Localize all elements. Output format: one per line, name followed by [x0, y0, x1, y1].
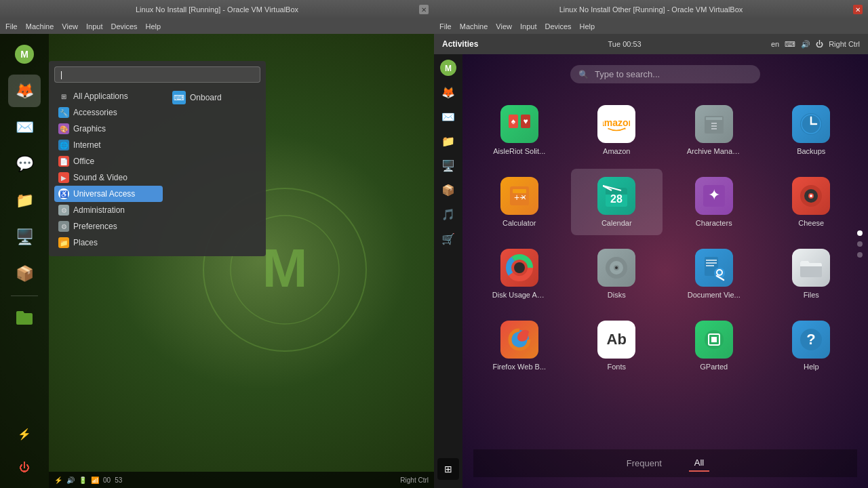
svg-text:✦: ✦	[708, 186, 720, 203]
app-grid-button[interactable]: ⊞	[437, 458, 459, 480]
category-internet[interactable]: 🌐 Internet	[54, 137, 163, 153]
dot-3[interactable]	[857, 252, 863, 258]
svg-text:M: M	[445, 64, 452, 73]
dock-icon-amazon[interactable]: 🛒	[437, 228, 459, 249]
status-icons-left: ⚡ 🔊 🔋 📶 00 53	[54, 476, 122, 484]
app-item-characters[interactable]: ✦ Characters	[668, 169, 760, 235]
menu-input[interactable]: Input	[86, 22, 102, 30]
tab-all[interactable]: All	[689, 455, 709, 472]
taskbar-firefox-icon[interactable]: 🦊	[8, 75, 41, 107]
app-menu-search-input[interactable]	[54, 66, 260, 83]
dock-icon-package[interactable]: 📦	[437, 179, 459, 201]
menu-devices[interactable]: Devices	[111, 22, 137, 30]
app-item-calendar[interactable]: 28 Calendar	[571, 169, 663, 235]
status-icon-2: 🔊	[66, 476, 75, 484]
category-label: Preferences	[73, 222, 117, 231]
svg-rect-46	[706, 262, 717, 264]
activities-label[interactable]: Activities	[442, 39, 478, 49]
category-accessories[interactable]: 🔧 Accessories	[54, 104, 163, 121]
svg-rect-15	[711, 123, 717, 124]
app-label-disks: Disks	[608, 291, 626, 299]
category-preferences[interactable]: ⚙ Preferences	[54, 218, 163, 235]
app-item-archive-manager[interactable]: Archive Manager	[668, 97, 760, 163]
taskbar-folder-green-icon[interactable]	[8, 302, 41, 334]
category-places[interactable]: 📁 Places	[54, 235, 163, 251]
taskbar-power-icon[interactable]: ⏻	[8, 451, 41, 484]
app-item-disks[interactable]: Disks	[571, 241, 663, 307]
right-vm-window: Linux No Install Other [Running] - Oracl…	[434, 0, 868, 488]
dock-icon-terminal[interactable]: 🖥️	[437, 155, 459, 176]
category-label: Office	[73, 157, 94, 166]
right-close-button[interactable]: ✕	[853, 5, 863, 14]
category-sound-video[interactable]: ▶ Sound & Video	[54, 169, 163, 186]
right-menu-input[interactable]: Input	[520, 22, 536, 30]
category-universal-access[interactable]: ♿ Universal Access	[54, 186, 163, 202]
app-icon-calendar: 28	[597, 177, 635, 215]
activities-right-icons: en ⌨ 🔊 ⏻ Right Ctrl	[771, 40, 860, 49]
app-item-gparted[interactable]: GParted	[668, 312, 760, 379]
dot-1[interactable]	[857, 230, 863, 236]
app-item-document-viewer[interactable]: Document Vie...	[668, 241, 760, 307]
lang-indicator[interactable]: en	[771, 40, 779, 48]
app-icon-disks	[597, 249, 635, 287]
dock-icon-sound[interactable]: 🎵	[437, 203, 459, 225]
app-item-fonts[interactable]: Ab Fonts	[571, 312, 663, 379]
menu-view[interactable]: View	[62, 22, 78, 30]
app-label-document-viewer: Document Vie...	[688, 291, 741, 299]
app-item-help[interactable]: ? Help	[766, 312, 858, 379]
app-item-cheese[interactable]: Cheese	[766, 169, 858, 235]
right-menu-view[interactable]: View	[496, 22, 512, 30]
app-label-amazon: Amazon	[603, 147, 630, 155]
app-item-firefox[interactable]: Firefox Web B...	[473, 312, 566, 379]
taskbar-chat-icon[interactable]: 💬	[8, 148, 41, 180]
dock-icon-mint[interactable]: M	[437, 57, 459, 79]
volume-icon[interactable]: 🔊	[801, 40, 810, 49]
right-menu-devices[interactable]: Devices	[545, 22, 571, 30]
app-label-files: Files	[804, 291, 819, 299]
dock-icon-mail[interactable]: ✉️	[437, 106, 459, 127]
right-window-title: Linux No Install Other [Running] - Oracl…	[559, 5, 743, 14]
app-grid-container: 🔍 ♠ ♥ AisleRiot Solit...	[462, 54, 868, 488]
right-menu-machine[interactable]: Machine	[460, 22, 488, 30]
app-search-input[interactable]	[570, 65, 760, 83]
app-item-calculator[interactable]: +− × Calculator	[473, 169, 566, 235]
menu-file[interactable]: File	[5, 22, 18, 30]
svg-text:×: ×	[521, 192, 526, 203]
status-icon-5: 00	[103, 476, 111, 484]
app-item-disk-usage[interactable]: Disk Usage An...	[473, 241, 566, 307]
taskbar-mail-icon[interactable]: ✉️	[8, 111, 41, 144]
app-item-files[interactable]: Files	[766, 241, 858, 307]
app-item-aisleriot[interactable]: ♠ ♥ AisleRiot Solit...	[473, 97, 566, 163]
right-menu-help[interactable]: Help	[580, 22, 595, 30]
category-all-applications[interactable]: ⊞ All Applications	[54, 88, 163, 104]
category-office[interactable]: 📄 Office	[54, 153, 163, 169]
dot-2[interactable]	[857, 241, 863, 247]
dock-icon-files[interactable]: 📁	[437, 130, 459, 152]
menu-help[interactable]: Help	[146, 22, 161, 30]
app-label-archive: Archive Manager	[687, 147, 741, 155]
app-label-aisleriot: AisleRiot Solit...	[493, 147, 545, 155]
menu-machine[interactable]: Machine	[26, 22, 54, 30]
status-icon-3: 🔋	[79, 476, 87, 484]
svg-rect-17	[711, 128, 717, 129]
app-icon-fonts: Ab	[597, 321, 635, 359]
app-item-amazon[interactable]: amazon Amazon	[571, 97, 663, 163]
power-icon-right[interactable]: ⏻	[816, 40, 823, 48]
app-icon-document	[695, 249, 733, 287]
taskbar-package-icon[interactable]: 📦	[8, 258, 41, 290]
taskbar-network-icon[interactable]: ⚡	[8, 418, 41, 450]
svg-text:amazon: amazon	[603, 117, 630, 128]
taskbar-terminal-icon[interactable]: 🖥️	[8, 221, 41, 253]
right-menu-file[interactable]: File	[439, 22, 452, 30]
app-item-backups[interactable]: Backups	[766, 97, 858, 163]
tab-frequent[interactable]: Frequent	[621, 455, 667, 471]
recent-onboard[interactable]: ⌨ Onboard	[168, 88, 260, 107]
taskbar-mint-icon[interactable]: M	[8, 38, 41, 70]
taskbar-files-icon[interactable]: 📁	[8, 184, 41, 217]
category-graphics[interactable]: 🎨 Graphics	[54, 121, 163, 137]
app-label-help: Help	[804, 363, 819, 371]
dock-icon-firefox[interactable]: 🦊	[437, 81, 459, 103]
category-administration[interactable]: ⚙ Administration	[54, 202, 163, 218]
left-close-button[interactable]: ✕	[419, 5, 429, 14]
left-window-title: Linux No Install [Running] - Oracle VM V…	[136, 5, 298, 14]
